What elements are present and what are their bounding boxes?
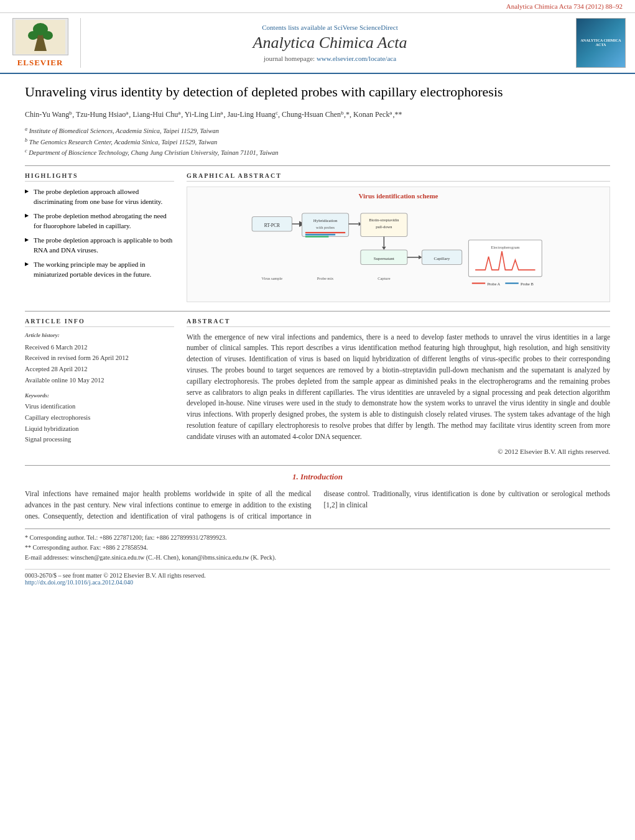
available-date: Available online 10 May 2012	[25, 375, 174, 386]
svg-text:Probe A: Probe A	[487, 281, 500, 285]
main-content: Unraveling virus identity by detection o…	[0, 74, 635, 592]
keyword-item: Liquid hybridization	[25, 423, 174, 435]
svg-point-3	[28, 31, 38, 40]
highlight-item: The probe depletion approach is applicab…	[25, 235, 174, 256]
svg-rect-5	[39, 44, 42, 51]
abstract-text: With the emergence of new viral infectio…	[187, 332, 610, 443]
graphical-abstract-header: GRAPHICAL ABSTRACT	[187, 172, 610, 182]
svg-point-4	[43, 31, 53, 40]
abstract-col: ABSTRACT With the emergence of new viral…	[187, 318, 610, 455]
accepted-date: Accepted 28 April 2012	[25, 364, 174, 375]
affiliations: a Institute of Biomedical Sciences, Acad…	[25, 126, 610, 158]
svg-text:Capillary: Capillary	[433, 256, 450, 261]
svg-text:Hybridization: Hybridization	[313, 218, 337, 223]
highlight-item: The probe depletion approach allowed dis…	[25, 187, 174, 207]
svg-text:RT-PCR: RT-PCR	[264, 222, 279, 228]
svg-text:Supernatant: Supernatant	[373, 256, 394, 261]
article-info-col: ARTICLE INFO Article history: Received 6…	[25, 318, 174, 455]
keywords-list: Virus identification Capillary electroph…	[25, 401, 174, 445]
svg-text:Electropherogram: Electropherogram	[491, 244, 519, 249]
elsevier-logo-section: ELSEVIER	[6, 18, 81, 68]
email-label: E-mail addresses:	[25, 554, 69, 561]
footnote-emails: E-mail addresses: winschen@gate.sinica.e…	[25, 553, 610, 563]
journal-homepage: journal homepage: www.elsevier.com/locat…	[264, 55, 396, 62]
received-date: Received 6 March 2012	[25, 342, 174, 353]
highlight-item: The probe depletion method abrogating th…	[25, 211, 174, 231]
highlights-list: The probe depletion approach allowed dis…	[25, 187, 174, 280]
svg-text:Biotin-streptavidin: Biotin-streptavidin	[369, 217, 399, 221]
footer-issn: 0003-2670/$ – see front matter © 2012 El…	[25, 572, 610, 579]
intro-heading: 1. Introduction	[25, 472, 610, 482]
footnote-section: * Corresponding author. Tel.: +886 22787…	[25, 528, 610, 563]
email-addresses: winschen@gate.sinica.edu.tw (C.-H. Chen)…	[70, 554, 276, 561]
affiliation-b: b The Genomics Research Center, Academia…	[25, 139, 217, 145]
homepage-link[interactable]: www.elsevier.com/locate/aca	[317, 55, 396, 62]
revised-date: Received in revised form 26 April 2012	[25, 353, 174, 364]
keyword-item: Virus identification	[25, 401, 174, 412]
introduction-section: 1. Introduction Viral infections have re…	[25, 465, 610, 522]
journal-citation: Analytica Chimica Acta 734 (2012) 88–92	[506, 2, 623, 10]
keyword-item: Capillary electrophoresis	[25, 412, 174, 423]
copyright-line: © 2012 Elsevier B.V. All rights reserved…	[187, 448, 610, 455]
highlights-header: HIGHLIGHTS	[25, 172, 174, 182]
svg-text:Probe B: Probe B	[521, 281, 534, 285]
logo-text: ANALYTICA CHIMICA ACTA	[577, 39, 625, 47]
info-abstract-row: ARTICLE INFO Article history: Received 6…	[25, 311, 610, 455]
footnote-2: ** Corresponding author. Fax: +886 2 278…	[25, 543, 610, 553]
journal-title: Analytica Chimica Acta	[253, 34, 407, 52]
authors-line: Chin-Yu Wangᵇ, Tzu-Hung Hsiaoᵃ, Liang-Hu…	[25, 109, 610, 121]
affiliation-a: a Institute of Biomedical Sciences, Acad…	[25, 127, 219, 134]
svg-marker-21	[382, 246, 386, 249]
abstract-header: ABSTRACT	[187, 318, 610, 327]
svg-text:pull-down: pull-down	[376, 224, 392, 228]
authors-text: Chin-Yu Wangᵇ, Tzu-Hung Hsiaoᵃ, Liang-Hu…	[25, 110, 402, 119]
scheme-diagram: RT-PCR Hybridization with probes	[203, 203, 595, 297]
elsevier-brand: ELSEVIER	[17, 58, 63, 68]
sciverse-link[interactable]: SciVerse ScienceDirect	[334, 24, 398, 31]
history-label: Article history:	[25, 332, 174, 338]
citation-bar: Analytica Chimica Acta 734 (2012) 88–92	[0, 0, 635, 13]
footer-bar: 0003-2670/$ – see front matter © 2012 El…	[25, 569, 610, 586]
svg-text:Capture: Capture	[378, 276, 390, 280]
highlights-col: HIGHLIGHTS The probe depletion approach …	[25, 172, 174, 302]
keywords-label: Keywords:	[25, 392, 174, 399]
diagram-area: RT-PCR Hybridization with probes	[192, 203, 605, 297]
article-info-header: ARTICLE INFO	[25, 318, 174, 327]
diagram-title: Virus identification scheme	[359, 192, 438, 200]
svg-text:with probes: with probes	[316, 224, 335, 229]
journal-logo-right: ANALYTICA CHIMICA ACTA	[573, 18, 629, 68]
elsevier-image	[12, 18, 68, 55]
article-title: Unraveling virus identity by detection o…	[25, 83, 610, 101]
journal-logo-box: ANALYTICA CHIMICA ACTA	[576, 18, 626, 68]
highlights-graphical-row: HIGHLIGHTS The probe depletion approach …	[25, 172, 610, 302]
keyword-item: Signal processing	[25, 434, 174, 445]
svg-text:Probe mix: Probe mix	[317, 276, 333, 280]
footnote-1: * Corresponding author. Tel.: +886 22787…	[25, 533, 610, 543]
svg-marker-25	[419, 255, 422, 259]
sciverse-text: Contents lists available at SciVerse Sci…	[262, 24, 397, 31]
graphical-abstract-box: Virus identification scheme RT-PCR Hybri…	[187, 187, 610, 302]
divider-1	[25, 165, 610, 166]
intro-text: Viral infections have remained major hea…	[25, 488, 610, 522]
journal-header: ELSEVIER Contents lists available at Sci…	[0, 13, 635, 74]
footer-doi: http://dx.doi.org/10.1016/j.aca.2012.04.…	[25, 579, 610, 586]
graphical-abstract-col: GRAPHICAL ABSTRACT Virus identification …	[187, 172, 610, 302]
affiliation-c: c Department of Bioscience Technology, C…	[25, 149, 279, 156]
keywords-section: Keywords: Virus identification Capillary…	[25, 392, 174, 445]
article-dates: Received 6 March 2012 Received in revise…	[25, 342, 174, 386]
svg-text:Virus sample: Virus sample	[261, 276, 282, 280]
doi-link[interactable]: http://dx.doi.org/10.1016/j.aca.2012.04.…	[25, 579, 133, 586]
highlight-item: The working principle may be applied in …	[25, 259, 174, 280]
journal-info-center: Contents lists available at SciVerse Sci…	[87, 18, 573, 68]
